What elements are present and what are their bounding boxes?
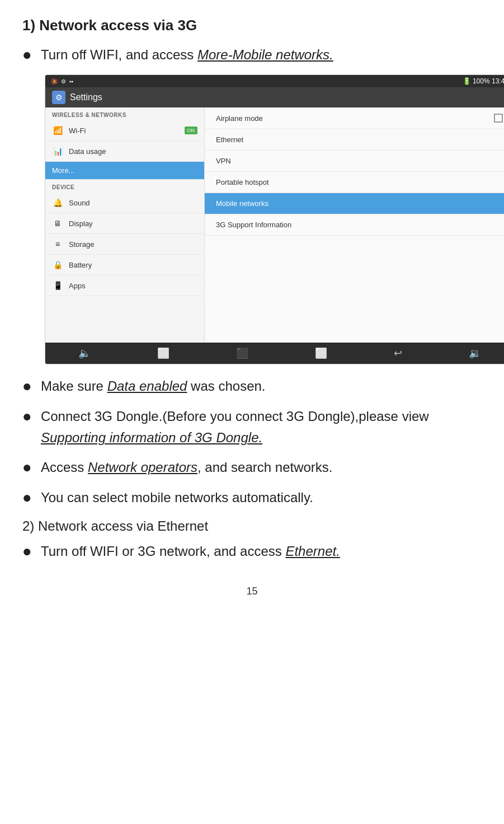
status-bar-left: 🔕 ⚙ ▪▪	[51, 77, 73, 85]
display-icon: 🖥	[52, 218, 63, 229]
wireless-section-header: WIRELESS & NETWORKS	[45, 107, 204, 120]
nav-back-icon[interactable]: ⬜	[157, 347, 169, 359]
settings-item-more[interactable]: More...	[45, 162, 204, 180]
apps-icon: 📱	[52, 280, 63, 291]
settings-right-panel: Airplane mode Ethernet VPN Portable hots…	[205, 107, 504, 343]
bullet-dot-1: ●	[22, 43, 32, 67]
bullet-text-1: Turn off WIFI, and access More-Mobile ne…	[41, 44, 482, 65]
settings-header-title: Settings	[70, 92, 102, 102]
settings-header-icon: ⚙	[52, 91, 65, 104]
bullet-text-4: Access Network operators, and search net…	[41, 457, 482, 478]
right-item-ethernet[interactable]: Ethernet	[205, 129, 504, 151]
portable-hotspot-label: Portable hotspot	[216, 178, 269, 186]
battery-status: 🔋 100% 13:44	[463, 77, 504, 85]
bullet-dot-5: ●	[22, 486, 32, 509]
settings-item-display[interactable]: 🖥 Display	[45, 213, 204, 234]
bullet-item-3: ● Connect 3G Dongle.(Before you connect …	[22, 406, 482, 449]
bullet-dot-4: ●	[22, 456, 32, 479]
3g-support-label: 3G Support Information	[216, 221, 291, 229]
right-item-3g-support[interactable]: 3G Support Information	[205, 214, 504, 236]
mobile-networks-label: Mobile networks	[216, 199, 269, 208]
more-mobile-networks-link[interactable]: More-Mobile networks.	[197, 47, 333, 62]
supporting-info-link[interactable]: Supporting information of 3G Dongle.	[41, 430, 262, 445]
android-screenshot: 🔕 ⚙ ▪▪ 🔋 100% 13:44 ⚙ Settings WIRELESS …	[45, 74, 504, 364]
wifi-label: Wi-Fi	[69, 127, 86, 135]
wifi-toggle-on[interactable]: ON	[185, 127, 198, 134]
settings-item-wifi[interactable]: 📶 Wi-Fi ON	[45, 120, 204, 141]
storage-icon: ≡	[52, 238, 63, 250]
bullet-dot-6: ●	[22, 540, 32, 563]
apps-label: Apps	[69, 282, 86, 290]
notification-icon: 🔕	[51, 78, 58, 85]
battery-label: Battery	[69, 261, 92, 269]
settings-item-apps[interactable]: 📱 Apps	[45, 275, 204, 296]
data-usage-label: Data usage	[69, 147, 106, 156]
bullet-item-5: ● You can select mobile networks automat…	[22, 487, 482, 509]
signal-icon: ▪▪	[69, 78, 73, 85]
display-label: Display	[69, 219, 93, 228]
settings-header: ⚙ Settings	[45, 87, 504, 107]
settings-item-sound[interactable]: 🔔 Sound	[45, 193, 204, 213]
ethernet-label: Ethernet	[216, 135, 243, 144]
network-operators-link[interactable]: Network operators	[88, 460, 197, 475]
sound-label: Sound	[69, 199, 90, 207]
settings-status-icon: ⚙	[61, 78, 66, 85]
battery-icon: 🔒	[52, 259, 63, 270]
bullet-text-3: Connect 3G Dongle.(Before you connect 3G…	[41, 406, 482, 449]
nav-return-icon[interactable]: ↩	[394, 347, 402, 359]
nav-menu-icon[interactable]: ⬛	[236, 347, 248, 359]
data-enabled-link[interactable]: Data enabled	[107, 378, 187, 394]
status-bar: 🔕 ⚙ ▪▪ 🔋 100% 13:44	[45, 75, 504, 87]
airplane-label: Airplane mode	[216, 114, 263, 123]
bullet-item-4: ● Access Network operators, and search n…	[22, 457, 482, 479]
nav-home-icon[interactable]: ⬜	[315, 347, 327, 359]
section2-title: 2) Network access via Ethernet	[22, 518, 482, 534]
right-item-vpn[interactable]: VPN	[205, 151, 504, 172]
bullet-text-2: Make sure Data enabled was chosen.	[41, 376, 482, 397]
bullet-text-6: Turn off WIFI or 3G network, and access …	[41, 541, 482, 562]
settings-body: WIRELESS & NETWORKS 📶 Wi-Fi ON 📊 Data us…	[45, 107, 504, 343]
bullet-item-6: ● Turn off WIFI or 3G network, and acces…	[22, 541, 482, 563]
vpn-label: VPN	[216, 157, 231, 165]
sound-icon: 🔔	[52, 197, 63, 208]
settings-item-battery[interactable]: 🔒 Battery	[45, 255, 204, 275]
right-item-portable-hotspot[interactable]: Portable hotspot	[205, 172, 504, 193]
bullet-dot-3: ●	[22, 405, 32, 428]
nav-bar: 🔈 ⬜ ⬛ ⬜ ↩ 🔉	[45, 343, 504, 364]
section1-title: 1) Network access via 3G	[22, 17, 482, 34]
ethernet-link[interactable]: Ethernet.	[285, 544, 340, 559]
bullet-item-1: ● Turn off WIFI, and access More-Mobile …	[22, 44, 482, 67]
settings-item-storage[interactable]: ≡ Storage	[45, 234, 204, 255]
more-label: More...	[52, 166, 74, 175]
nav-volume2-icon[interactable]: 🔉	[469, 347, 481, 359]
nav-volume-icon[interactable]: 🔈	[78, 347, 91, 359]
right-item-airplane[interactable]: Airplane mode	[205, 107, 504, 129]
wifi-icon: 📶	[52, 125, 63, 136]
data-usage-icon: 📊	[52, 146, 63, 157]
storage-label: Storage	[69, 240, 95, 249]
status-bar-right: 🔋 100% 13:44	[463, 77, 504, 85]
page-number: 15	[22, 586, 482, 597]
device-section-header: DEVICE	[45, 180, 204, 193]
settings-left-panel: WIRELESS & NETWORKS 📶 Wi-Fi ON 📊 Data us…	[45, 107, 205, 343]
settings-item-data-usage[interactable]: 📊 Data usage	[45, 141, 204, 162]
bullet-text-5: You can select mobile networks automatic…	[41, 487, 482, 508]
bullet-item-2: ● Make sure Data enabled was chosen.	[22, 376, 482, 398]
right-item-mobile-networks[interactable]: Mobile networks	[205, 193, 504, 214]
bullet-dot-2: ●	[22, 374, 32, 398]
airplane-checkbox[interactable]	[494, 114, 503, 123]
